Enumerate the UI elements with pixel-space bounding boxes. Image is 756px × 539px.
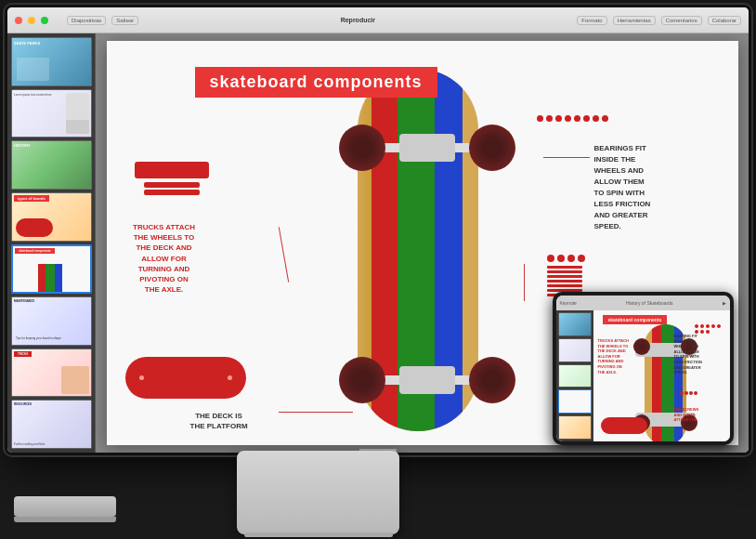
bearing-dot [593,115,599,122]
ipad-bearing-dot [706,324,710,328]
deck-icon-dot-left [139,375,144,380]
truck-icon-bar-1 [144,182,200,188]
comments-button[interactable]: Comentarios [661,16,702,25]
ipad-bearing-dot [700,324,704,328]
trucks-label: TRUCKS ATTACHTHE WHEELS TOTHE DECK ANDAL… [118,222,211,295]
collaborate-button[interactable]: Colaborar [708,16,741,25]
ipad-trucks-label: TRUCKS ATTACHTHE WHEELS TOTHE DECK ANDAL… [598,338,629,375]
ipad-slide: skateboard components [593,310,730,441]
ipad-screws-label: THE SCREWSAND BOLTSATTACH THE [674,407,725,423]
screw-line [547,275,582,278]
bearings-label: BEARINGS FITINSIDE THEWHEELS ANDALLOW TH… [594,143,724,232]
deck [325,69,511,440]
ipad-app-name: Keynote [560,300,577,306]
truck-icon [135,162,209,197]
ipad-bearing-dots [695,324,723,334]
tools-button[interactable]: Herramientas [613,16,656,25]
screw-dot [557,255,565,262]
silver-device [237,451,399,534]
slide-canvas: skateboard components [107,41,738,445]
truck-body-bottom [399,366,455,394]
slide-thumbnail-8[interactable]: RESOURCES Further reading and links [11,400,92,449]
connector-screws [524,264,525,301]
slide-thumbnail-2[interactable]: Lorem ipsum text content here [11,89,92,138]
ipad-thumb-4[interactable] [558,389,592,414]
silver-device-base [244,532,393,537]
ipad-bearing-dot [711,324,715,328]
deck-label: THE DECK ISTHE PLATFORM [190,411,248,431]
canvas-area: skateboard components [96,33,749,453]
toolbar: Diapositivas Saltear Reproducir Formato … [7,7,749,33]
ipad-body: skateboard components [556,310,730,441]
slides-panel: SKATE PARKS Lorem ipsum text content her… [7,33,96,453]
ipad-screw-dots [680,391,697,395]
format-button[interactable]: Formato [577,16,606,25]
play-button[interactable]: Reproducir [341,17,375,23]
minimize-button[interactable] [28,17,35,24]
ipad-toolbar: Keynote History of Skateboards ▶ [556,296,730,310]
connector-deck [279,412,353,413]
wheel-top-right [469,125,515,171]
ipad-play-icon[interactable]: ▶ [723,300,726,306]
ipad-bearings-label: BEARING FITINSIDE THEWHEELS ANDALLOW THE… [674,334,725,375]
bearing-dot [546,115,553,122]
deck-icon-dot-right [228,375,232,380]
ipad-thumb-5[interactable] [558,415,592,440]
ipad-thumb-3[interactable] [558,364,592,388]
screw-line [547,284,582,287]
mac-mini-base [14,517,116,522]
slide-thumbnail-7[interactable]: TRICKS [11,348,92,398]
truck-icon-bar-2 [144,190,200,195]
screw-grid [547,255,585,262]
ipad-thumb-2[interactable] [558,338,592,362]
truck-icon-shape [135,162,209,178]
slide-thumbnail-1[interactable]: SKATE PARKS [11,37,92,86]
ipad-screw-dot [680,391,684,395]
slide-thumbnail-4[interactable]: types of boards [11,192,92,242]
ipad-slide-title: skateboard components [603,315,668,324]
bearing-dot [574,115,580,122]
bearing-dot [537,115,543,122]
bearing-dots-area [537,115,608,122]
ipad-device: Keynote History of Skateboards ▶ [553,292,734,445]
slides-button[interactable]: Diapositivas [67,16,106,25]
ipad-canvas: skateboard components [593,310,730,441]
ipad-thumb-1[interactable] [558,312,592,336]
wheel-top-left [339,125,385,171]
mac-mini [9,496,121,522]
ipad-screw-dot [689,391,693,395]
truck-body-top [399,134,455,162]
screw-line [547,280,582,283]
slide-thumbnail-5[interactable]: skateboard components [11,244,92,294]
screw-line [547,266,582,269]
mac-mini-body [14,496,116,517]
deck-icon [125,357,246,399]
screw-dot [578,255,585,262]
ipad-screen: Keynote History of Skateboards ▶ [556,296,730,441]
ipad-slide-title-toolbar: History of Skateboards [626,300,673,306]
wheel-bottom-right [469,357,515,403]
bearing-dot [583,115,590,122]
bearing-dot [555,115,562,122]
screw-dot [567,255,575,262]
monitor-screen: Diapositivas Saltear Reproducir Formato … [7,7,749,453]
truck-bottom [344,357,511,403]
slide-title: skateboard components [195,67,437,98]
skip-button[interactable]: Saltear [111,16,138,25]
wheel-bottom-left [339,357,385,403]
ipad-screw-dot [694,391,697,395]
monitor: Diapositivas Saltear Reproducir Formato … [5,5,751,455]
screw-line [547,270,582,273]
ipad-thumbs [556,310,593,441]
bearing-dot [565,115,571,122]
slide-thumbnail-3[interactable]: HISTORY [11,140,92,190]
ipad-bearing-dot [717,324,721,328]
slide-thumbnail-6[interactable]: MAINTENANCE Tips for keeping your board … [11,296,92,346]
fullscreen-button[interactable] [41,17,48,24]
connector-bearings [543,157,590,158]
ipad-screw-dot [684,391,688,395]
ipad-deck-icon [601,417,647,434]
close-button[interactable] [15,17,22,24]
keynote-body: SKATE PARKS Lorem ipsum text content her… [7,33,749,453]
screw-dot [547,255,554,262]
